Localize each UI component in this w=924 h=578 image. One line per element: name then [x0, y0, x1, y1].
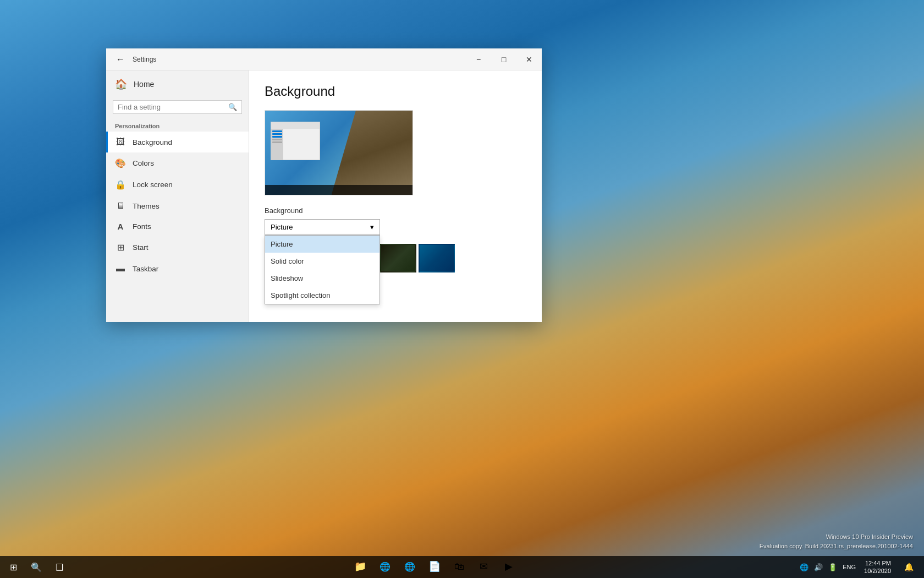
taskbar-right: 🌐 🔊 🔋 ENG 12:44 PM 10/2/2020 🔔 — [798, 556, 922, 578]
sidebar-item-themes[interactable]: 🖥 Themes — [106, 195, 249, 216]
taskbar-app-office[interactable]: 📄 — [422, 557, 447, 577]
close-button[interactable]: ✕ — [516, 48, 542, 70]
home-label: Home — [134, 80, 154, 89]
task-view-button[interactable]: ❑ — [48, 556, 70, 578]
taskbar-clock[interactable]: 12:44 PM 10/2/2020 — [860, 559, 895, 575]
preview-bg: Aa — [265, 111, 413, 195]
notifications-button[interactable]: 🔔 — [898, 556, 920, 578]
main-panel: Background — [249, 70, 542, 322]
preview-sidebar-mini — [271, 129, 283, 160]
preview-taskbar — [265, 185, 413, 195]
sidebar-item-start[interactable]: ⊞ Start — [106, 237, 249, 258]
taskbar-app-media[interactable]: ▶ — [497, 557, 521, 577]
taskbar-app-edge[interactable]: 🌐 — [373, 557, 397, 577]
colors-icon: 🎨 — [115, 158, 126, 168]
sidebar-item-label-fonts: Fonts — [133, 222, 151, 231]
dropdown-option-solid-color[interactable]: Solid color — [265, 253, 380, 270]
taskbar-app-mail[interactable]: ✉ — [472, 557, 496, 577]
sidebar-item-colors[interactable]: 🎨 Colors — [106, 152, 249, 174]
maximize-button[interactable]: □ — [491, 48, 516, 70]
preview-window: Aa — [271, 122, 320, 160]
taskbar-search-button[interactable]: 🔍 — [25, 556, 47, 578]
fonts-icon: A — [115, 222, 126, 231]
sidebar-item-label-start: Start — [133, 243, 148, 252]
sidebar-item-home[interactable]: 🏠 Home — [106, 70, 249, 98]
preview-rock — [332, 111, 413, 195]
background-preview: Aa — [265, 110, 413, 195]
sidebar-search-container: 🔍 — [113, 100, 242, 114]
version-text: Windows 10 Pro Insider Preview Evaluatio… — [760, 532, 913, 550]
background-section-label: Background — [265, 206, 526, 215]
dropdown-option-spotlight[interactable]: Spotlight collection — [265, 287, 380, 304]
thumbnail-5[interactable] — [419, 244, 455, 272]
sidebar: 🏠 Home 🔍 Personalization 🖼 Background 🎨 … — [106, 70, 249, 322]
battery-icon[interactable]: 🔋 — [827, 563, 839, 571]
thumbnail-4[interactable] — [380, 244, 416, 272]
sidebar-item-fonts[interactable]: A Fonts — [106, 216, 249, 237]
taskbar-app-store[interactable]: 🛍 — [447, 557, 471, 577]
taskbar-app-edge-chromium[interactable]: 🌐 — [398, 557, 422, 577]
settings-window: ← Settings − □ ✕ 🏠 Home 🔍 Personalizatio… — [106, 48, 542, 322]
taskbar: ⊞ 🔍 ❑ 📁 🌐 🌐 📄 🛍 ✉ ▶ 🌐 🔊 🔋 ENG 12:44 PM 1… — [0, 556, 924, 578]
chevron-down-icon: ▾ — [370, 223, 374, 231]
taskbar-app-explorer[interactable]: 📁 — [348, 557, 372, 577]
taskbar-apps: 📁 🌐 🌐 📄 🛍 ✉ ▶ — [348, 557, 521, 577]
sidebar-section-label: Personalization — [106, 118, 249, 132]
clock-time: 12:44 PM — [864, 559, 891, 567]
sidebar-item-lock-screen[interactable]: 🔒 Lock screen — [106, 174, 249, 195]
window-title: Settings — [133, 56, 156, 63]
taskbar-icon-sidebar: ▬ — [115, 264, 126, 274]
sidebar-item-label-taskbar: Taskbar — [133, 265, 158, 273]
title-bar: ← Settings − □ ✕ — [106, 48, 542, 70]
search-input[interactable] — [118, 103, 225, 111]
sidebar-item-taskbar[interactable]: ▬ Taskbar — [106, 258, 249, 279]
dropdown-option-picture[interactable]: Picture — [265, 236, 380, 253]
sidebar-item-label-themes: Themes — [133, 202, 160, 210]
home-icon: 🏠 — [115, 78, 127, 90]
title-bar-controls: − □ ✕ — [466, 48, 542, 70]
preview-window-titlebar — [271, 122, 320, 129]
background-icon: 🖼 — [115, 137, 126, 147]
dropdown-trigger[interactable]: Picture ▾ — [265, 219, 380, 235]
network-icon[interactable]: 🌐 — [798, 563, 810, 571]
sidebar-item-label-colors: Colors — [133, 159, 154, 167]
start-icon: ⊞ — [115, 242, 126, 253]
lang-label[interactable]: ENG — [841, 564, 857, 570]
sidebar-item-label-background: Background — [133, 138, 172, 146]
title-bar-left: ← Settings — [113, 54, 156, 64]
clock-date: 10/2/2020 — [864, 567, 891, 575]
sidebar-item-background[interactable]: 🖼 Background — [106, 132, 249, 152]
content-area: 🏠 Home 🔍 Personalization 🖼 Background 🎨 … — [106, 70, 542, 322]
volume-icon[interactable]: 🔊 — [812, 563, 824, 571]
systray: 🌐 🔊 🔋 ENG — [798, 563, 857, 571]
dropdown-menu: Picture Solid color Slideshow Spotlight … — [265, 235, 380, 304]
page-title: Background — [265, 84, 526, 99]
dropdown-selected-value: Picture — [271, 223, 293, 231]
start-button[interactable]: ⊞ — [2, 556, 24, 578]
themes-icon: 🖥 — [115, 201, 126, 211]
taskbar-left: ⊞ 🔍 ❑ — [2, 556, 70, 578]
back-button[interactable]: ← — [113, 54, 128, 64]
lock-screen-icon: 🔒 — [115, 179, 126, 190]
dropdown-option-slideshow[interactable]: Slideshow — [265, 270, 380, 287]
minimize-button[interactable]: − — [466, 48, 491, 70]
search-icon: 🔍 — [228, 103, 237, 111]
background-dropdown[interactable]: Picture ▾ Picture Solid color Slideshow … — [265, 219, 380, 235]
sidebar-item-label-lock-screen: Lock screen — [133, 181, 173, 189]
